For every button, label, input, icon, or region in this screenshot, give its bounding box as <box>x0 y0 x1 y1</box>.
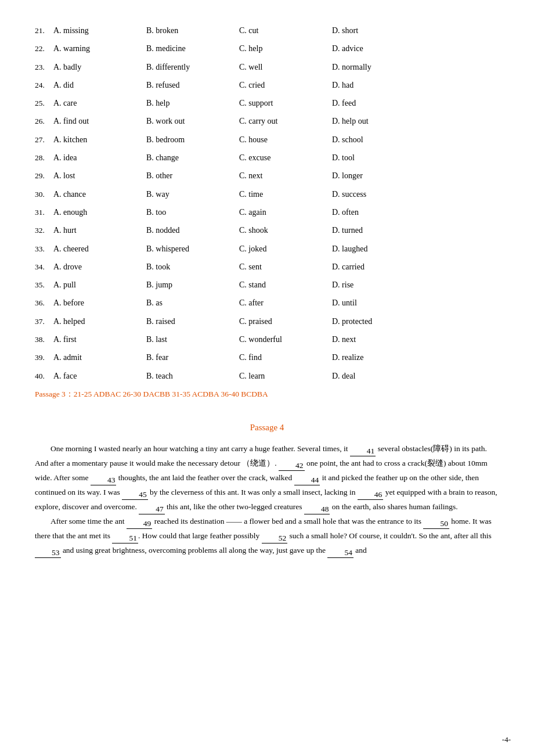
q-opt-38d: D. next <box>332 332 402 347</box>
question-row-40: 40. A. face B. teach C. learn D. deal <box>35 369 499 383</box>
q-opt-33d: D. laughed <box>332 242 402 256</box>
question-row-27: 27. A. kitchen B. bedroom C. house D. sc… <box>35 132 499 147</box>
q-opt-35a: A. pull <box>53 278 146 292</box>
q-num-26: 26. <box>35 114 53 128</box>
q-num-31: 31. <box>35 206 53 219</box>
question-row-36: 36. A. before B. as C. after D. until <box>35 296 499 310</box>
q-options-31: A. enough B. too C. again D. often <box>53 205 499 219</box>
q-options-24: A. did B. refused C. cried D. had <box>53 78 499 92</box>
q-opt-37a: A. helped <box>53 314 146 329</box>
q-opt-34d: D. carried <box>332 260 402 274</box>
q-opt-28d: D. tool <box>332 150 402 165</box>
q-options-21: A. missing B. broken C. cut D. short <box>53 23 499 38</box>
passage-para1: One morning I wasted nearly an hour watc… <box>35 442 499 514</box>
q-num-25: 25. <box>35 96 53 110</box>
q-opt-31a: A. enough <box>53 205 146 219</box>
passage-para2-text1: After some time the ant <box>50 517 127 525</box>
question-row-37: 37. A. helped B. raised C. praised D. pr… <box>35 314 499 329</box>
blank-41: 41 <box>350 447 376 456</box>
blank-43: 43 <box>91 476 117 485</box>
q-opt-29d: D. longer <box>332 168 402 183</box>
passage-para1-text1: One morning I wasted nearly an hour watc… <box>50 444 350 453</box>
q-options-29: A. lost B. other C. next D. longer <box>53 168 499 183</box>
q-opt-23c: C. well <box>239 60 332 74</box>
blank-44: 44 <box>294 476 320 485</box>
q-opt-40c: C. learn <box>239 369 332 383</box>
q-opt-31c: C. again <box>239 205 332 219</box>
q-opt-36b: B. as <box>146 296 239 310</box>
q-opt-21b: B. broken <box>146 23 239 38</box>
q-opt-39c: C. find <box>239 350 332 365</box>
q-opt-36d: D. until <box>332 296 402 310</box>
q-opt-40a: A. face <box>53 369 146 383</box>
q-num-32: 32. <box>35 224 53 237</box>
q-opt-23a: A. badly <box>53 60 146 74</box>
q-opt-37d: D. protected <box>332 314 402 329</box>
q-opt-34b: B. took <box>146 260 239 274</box>
blank-52: 52 <box>262 534 288 543</box>
question-row-31: 31. A. enough B. too C. again D. often <box>35 205 499 219</box>
blank-54: 54 <box>327 548 353 558</box>
passage-para2-text2: reached its destination —— a flower bed … <box>152 517 423 525</box>
q-opt-22d: D. advice <box>332 41 402 56</box>
question-row-32: 32. A. hurt B. nodded C. shook D. turned <box>35 223 499 237</box>
q-num-36: 36. <box>35 296 53 310</box>
q-opt-24d: D. had <box>332 78 402 92</box>
q-opt-27b: B. bedroom <box>146 132 239 147</box>
q-opt-37c: C. praised <box>239 314 332 329</box>
q-options-22: A. warning B. medicine C. help D. advice <box>53 41 499 56</box>
question-row-29: 29. A. lost B. other C. next D. longer <box>35 168 499 183</box>
question-row-34: 34. A. drove B. took C. sent D. carried <box>35 260 499 274</box>
q-options-40: A. face B. teach C. learn D. deal <box>53 369 499 383</box>
q-num-33: 33. <box>35 242 53 256</box>
q-opt-25a: A. care <box>53 96 146 110</box>
q-num-30: 30. <box>35 188 53 201</box>
q-num-24: 24. <box>35 78 53 92</box>
q-opt-39a: A. admit <box>53 350 146 365</box>
q-num-29: 29. <box>35 169 53 183</box>
blank-49: 49 <box>127 519 153 529</box>
q-options-27: A. kitchen B. bedroom C. house D. school <box>53 132 499 147</box>
q-options-32: A. hurt B. nodded C. shook D. turned <box>53 223 499 237</box>
q-opt-22a: A. warning <box>53 41 146 56</box>
q-opt-23b: B. differently <box>146 60 239 74</box>
q-options-34: A. drove B. took C. sent D. carried <box>53 260 499 274</box>
q-opt-28a: A. idea <box>53 150 146 165</box>
q-options-35: A. pull B. jump C. stand D. rise <box>53 278 499 292</box>
q-opt-26a: A. find out <box>53 114 146 128</box>
q-opt-38a: A. first <box>53 332 146 347</box>
q-options-37: A. helped B. raised C. praised D. protec… <box>53 314 499 329</box>
question-row-35: 35. A. pull B. jump C. stand D. rise <box>35 278 499 292</box>
passage-para1-text9: on the earth, also shares human failings… <box>330 502 457 511</box>
q-opt-39d: D. realize <box>332 350 402 365</box>
q-opt-21d: D. short <box>332 23 402 38</box>
q-num-38: 38. <box>35 333 53 347</box>
q-num-34: 34. <box>35 260 53 274</box>
q-opt-33c: C. joked <box>239 242 332 256</box>
passage-para2-text6: and using great brightness, overcoming p… <box>61 546 328 555</box>
passage-para1-text4: thoughts, the ant laid the feather over … <box>116 473 294 482</box>
q-opt-25c: C. support <box>239 96 332 110</box>
q-options-33: A. cheered B. whispered C. joked D. laug… <box>53 242 499 256</box>
q-opt-34a: A. drove <box>53 260 146 274</box>
q-num-40: 40. <box>35 369 53 383</box>
passage-section: Passage 4 One morning I wasted nearly an… <box>35 423 499 558</box>
q-num-22: 22. <box>35 42 53 56</box>
passage-para1-text6: by the cleverness of this ant. It was on… <box>148 488 358 496</box>
q-num-37: 37. <box>35 315 53 329</box>
q-opt-39b: B. fear <box>146 350 239 365</box>
page-number: -4- <box>502 735 511 744</box>
q-options-23: A. badly B. differently C. well D. norma… <box>53 60 499 74</box>
question-row-24: 24. A. did B. refused C. cried D. had <box>35 78 499 92</box>
passage-para2-text4: . How could that large feather possibly <box>138 531 262 540</box>
blank-51: 51 <box>112 534 138 543</box>
q-num-39: 39. <box>35 351 53 365</box>
passage-para1-text8: this ant, like the other two-legged crea… <box>165 502 304 511</box>
blank-53: 53 <box>35 548 61 558</box>
question-row-30: 30. A. chance B. way C. time D. success <box>35 187 499 201</box>
q-opt-21a: A. missing <box>53 23 146 38</box>
q-opt-30a: A. chance <box>53 187 146 201</box>
q-opt-33b: B. whispered <box>146 242 239 256</box>
q-opt-27a: A. kitchen <box>53 132 146 147</box>
q-options-28: A. idea B. change C. excuse D. tool <box>53 150 499 165</box>
